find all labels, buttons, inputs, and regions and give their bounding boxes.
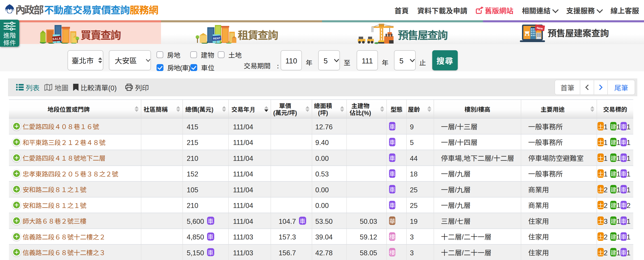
- svg-text:RENT: RENT: [213, 37, 220, 40]
